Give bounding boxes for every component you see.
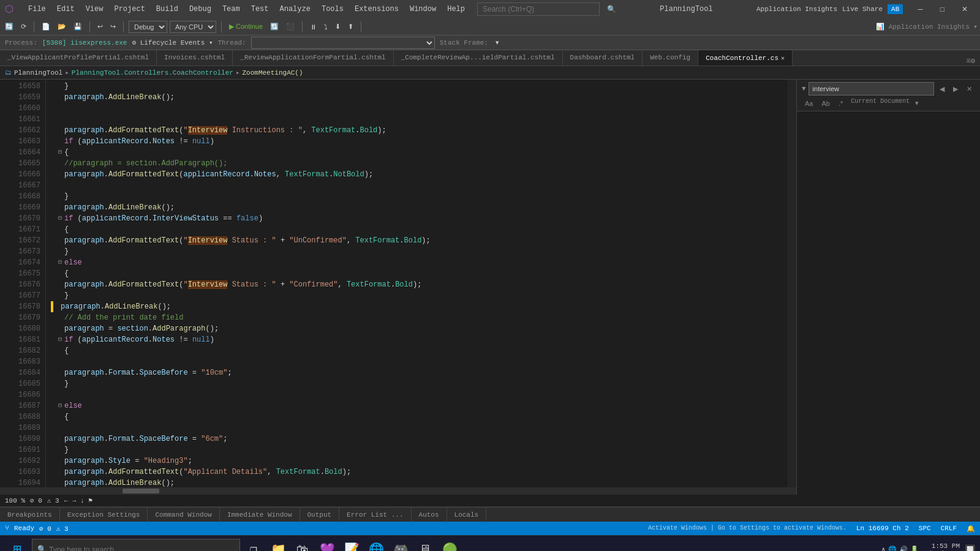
menu-debug[interactable]: Debug	[184, 4, 216, 15]
error-count-nav[interactable]: ⊘ 0	[30, 497, 42, 504]
menu-test[interactable]: Test	[246, 4, 274, 15]
nav-arrows[interactable]: ← → ↓ ⚑	[64, 497, 92, 504]
menu-help[interactable]: Help	[442, 4, 470, 15]
tab-webconfig[interactable]: Web.config	[643, 50, 698, 66]
tab-reviewapplication[interactable]: _ReviewApplicationFormPartial.cshtml	[233, 50, 394, 66]
toolbar-open-btn[interactable]: 📂	[55, 21, 69, 32]
task-view-btn[interactable]: ❐	[243, 539, 265, 552]
find-collapse-icon[interactable]: ▼	[802, 85, 806, 92]
close-button[interactable]: ✕	[954, 2, 975, 16]
bottom-tab-exception-settings[interactable]: Exception Settings	[60, 508, 148, 522]
tab-viewapplicant[interactable]: _ViewApplicantProfilePartial.cshtml	[0, 50, 157, 66]
stop-btn[interactable]: ⬛	[284, 21, 297, 32]
app-btn[interactable]: 🟢	[439, 539, 461, 552]
bottom-tab-locals[interactable]: Locals	[447, 508, 487, 522]
minimize-button[interactable]: ─	[910, 2, 930, 16]
menu-analyze[interactable]: Analyze	[275, 4, 315, 15]
menu-view[interactable]: View	[81, 4, 108, 15]
toolbar-new-btn[interactable]: 📄	[39, 21, 53, 32]
bottom-tab-breakpoints[interactable]: Breakpoints	[0, 508, 60, 522]
whole-word-btn[interactable]: Ab	[818, 98, 832, 108]
tray-caret[interactable]: ∧	[881, 545, 886, 551]
application-insights-btn[interactable]: Application Insights	[756, 6, 837, 13]
bottom-tab-autos[interactable]: Autos	[412, 508, 447, 522]
fold-icon[interactable]: ⊟	[58, 257, 64, 268]
find-next-btn[interactable]: ▶	[950, 84, 961, 94]
menu-team[interactable]: Team	[217, 4, 245, 15]
error-indicator[interactable]: ⊘ 0	[39, 525, 51, 533]
remote-btn[interactable]: 🖥	[414, 539, 436, 552]
project-breadcrumb[interactable]: 🗂	[5, 69, 12, 77]
step-out-btn[interactable]: ⬆	[345, 21, 356, 32]
toolbar-save-btn[interactable]: 💾	[71, 21, 85, 32]
user-avatar[interactable]: AB	[888, 4, 903, 14]
thread-select[interactable]	[251, 37, 435, 49]
find-input[interactable]	[809, 82, 934, 96]
menu-file[interactable]: File	[23, 4, 51, 15]
toolbar-redo-btn[interactable]: ↪	[108, 21, 118, 32]
start-button[interactable]: ⊞	[5, 538, 29, 552]
fold-icon[interactable]: ⊟	[58, 213, 64, 224]
action-center-icon[interactable]: 🔲	[965, 544, 975, 551]
bottom-tab-immediate-window[interactable]: Immediate Window	[220, 508, 300, 522]
store-btn[interactable]: 🛍	[292, 539, 314, 552]
visual-studio-btn[interactable]: 💜	[316, 539, 338, 552]
volume-icon[interactable]: 🔊	[899, 545, 908, 551]
code-editor[interactable]: 1665816659166601666116662166631666416665…	[0, 80, 796, 495]
insights-toolbar-icon[interactable]: 📊 Application Insights ▾	[876, 23, 978, 31]
debug-mode-select[interactable]: Debug	[129, 21, 167, 33]
continue-button[interactable]: ▶ Continue	[227, 21, 265, 32]
menu-window[interactable]: Window	[405, 4, 441, 15]
zoom-level[interactable]: 100 %	[5, 497, 25, 504]
network-icon[interactable]: 🌐	[888, 545, 897, 551]
toolbar-undo-btn[interactable]: ↩	[95, 21, 105, 32]
notification-icon[interactable]: 🔔	[967, 525, 975, 533]
menu-project[interactable]: Project	[109, 4, 149, 15]
cpu-select[interactable]: Any CPU	[170, 21, 216, 33]
file-explorer-btn[interactable]: 📁	[267, 539, 289, 552]
code-lines[interactable]: } paragraph.AddLineBreak(); paragraph.Ad…	[46, 80, 788, 487]
tab-completereview[interactable]: _CompleteReviewAp...ieldPartial.cshtml	[394, 50, 563, 66]
lifecycle-events-btn[interactable]: ⚙ Lifecycle Events ▾	[132, 39, 213, 47]
step-into-btn[interactable]: ⬇	[333, 21, 343, 32]
notepad-btn[interactable]: 📝	[341, 539, 363, 552]
tab-list-icon[interactable]: ≡	[967, 57, 971, 66]
controller-path[interactable]: PlanningTool.Controllers.CoachController	[72, 69, 233, 77]
taskbar-search-input[interactable]	[49, 545, 235, 552]
step-over-btn[interactable]: ⤵	[322, 22, 330, 32]
taskbar-search-box[interactable]: 🔍	[32, 539, 240, 552]
menu-extensions[interactable]: Extensions	[350, 4, 404, 15]
global-search-input[interactable]	[477, 2, 600, 16]
tab-coachcontroller[interactable]: CoachController.cs ✕	[698, 50, 793, 66]
tab-dashboard[interactable]: Dashboard.cshtml	[563, 50, 643, 66]
chrome-btn[interactable]: 🌐	[365, 539, 387, 552]
restart-btn[interactable]: 🔃	[268, 21, 281, 32]
bottom-tab-output[interactable]: Output	[300, 508, 340, 522]
system-clock[interactable]: 1:53 PM 1/29/2021	[924, 542, 960, 552]
menu-build[interactable]: Build	[151, 4, 183, 15]
scope-dropdown-btn[interactable]: ▾	[912, 98, 922, 108]
find-prev-btn[interactable]: ◀	[937, 84, 948, 94]
battery-icon[interactable]: 🔋	[910, 545, 919, 551]
fold-icon[interactable]: ⊟	[58, 400, 64, 411]
toolbar-forward-btn[interactable]: ⟳	[18, 21, 29, 32]
method-name[interactable]: ZoomMeetingAC()	[243, 69, 303, 77]
warning-indicator[interactable]: ⚠ 3	[56, 525, 69, 533]
stack-frame-btn[interactable]: ▾	[493, 37, 502, 48]
find-close-btn[interactable]: ✕	[963, 84, 975, 94]
warning-count-nav[interactable]: ⚠ 3	[47, 497, 59, 504]
maximize-button[interactable]: □	[933, 2, 952, 16]
discord-btn[interactable]: 🎮	[390, 539, 412, 552]
regex-btn[interactable]: .*	[835, 98, 846, 108]
live-share-btn[interactable]: Live Share	[842, 6, 883, 13]
tab-invoices[interactable]: Invoices.cshtml	[157, 50, 233, 66]
fold-icon[interactable]: ⊟	[58, 334, 64, 345]
tab-close-icon[interactable]: ✕	[781, 54, 785, 62]
fold-icon[interactable]: ⊟	[58, 147, 64, 158]
tab-settings-icon[interactable]: ⚙	[971, 56, 975, 66]
bottom-tab-error-list-...[interactable]: Error List ...	[339, 508, 411, 522]
bottom-tab-command-window[interactable]: Command Window	[148, 508, 219, 522]
menu-edit[interactable]: Edit	[52, 4, 80, 15]
match-case-btn[interactable]: Aa	[802, 98, 816, 108]
pause-btn[interactable]: ⏸	[307, 22, 319, 32]
